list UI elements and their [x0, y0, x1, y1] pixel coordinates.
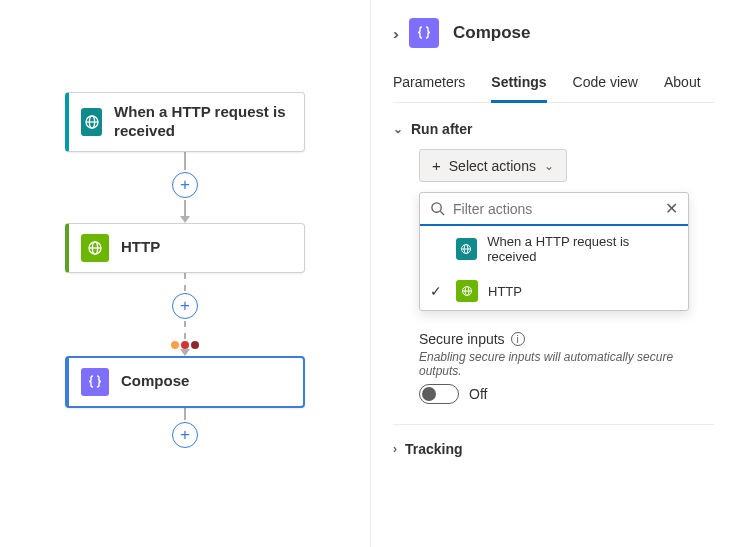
add-action-button[interactable]: +: [172, 293, 198, 319]
search-icon: [430, 201, 445, 216]
node-title: When a HTTP request is received: [114, 103, 292, 141]
panel-header: ›› Compose: [393, 18, 714, 48]
secure-inputs-toggle[interactable]: [419, 384, 459, 404]
action-option-label: HTTP: [488, 284, 522, 299]
svg-line-7: [440, 211, 444, 215]
section-title: Run after: [411, 121, 472, 137]
secure-inputs-label: Secure inputs: [419, 331, 505, 347]
panel-tabs: Parameters Settings Code view About: [393, 74, 714, 103]
action-option[interactable]: When a HTTP request is received: [420, 226, 688, 272]
select-actions-button[interactable]: + Select actions ⌄: [419, 149, 567, 182]
globe-icon: [81, 108, 102, 136]
braces-icon: [409, 18, 439, 48]
node-title: Compose: [121, 372, 189, 391]
globe-icon: [81, 234, 109, 262]
svg-point-6: [432, 203, 441, 212]
globe-icon: [456, 280, 478, 302]
section-divider: [393, 424, 714, 425]
node-http[interactable]: HTTP: [65, 223, 305, 273]
run-after-status-dots: [171, 341, 199, 349]
action-option[interactable]: ✓ HTTP: [420, 272, 688, 310]
check-icon: ✓: [430, 283, 446, 299]
globe-icon: [456, 238, 478, 260]
section-header-run-after[interactable]: ⌄ Run after: [393, 121, 714, 137]
node-compose[interactable]: Compose: [65, 356, 305, 408]
chevron-down-icon: ⌄: [393, 122, 403, 136]
section-title: Tracking: [405, 441, 463, 457]
action-panel: ›› Compose Parameters Settings Code view…: [370, 0, 736, 547]
clear-filter-button[interactable]: ✕: [665, 199, 678, 218]
filter-actions-row: ✕: [420, 193, 688, 226]
add-action-button[interactable]: +: [172, 422, 198, 448]
section-tracking: › Tracking: [393, 441, 714, 457]
node-trigger[interactable]: When a HTTP request is received: [65, 92, 305, 152]
chevron-down-icon: ⌄: [544, 159, 554, 173]
connector: +: [65, 152, 305, 223]
node-title: HTTP: [121, 238, 160, 257]
secure-inputs-description: Enabling secure inputs will automaticall…: [419, 350, 714, 378]
collapse-panel-button[interactable]: ››: [393, 25, 395, 42]
filter-actions-input[interactable]: [453, 201, 657, 217]
actions-list[interactable]: When a HTTP request is received ✓ HTTP: [420, 226, 688, 310]
tab-about[interactable]: About: [664, 74, 701, 102]
info-icon[interactable]: i: [511, 332, 525, 346]
tab-code-view[interactable]: Code view: [573, 74, 638, 102]
secure-inputs-state: Off: [469, 386, 487, 402]
actions-dropdown: ✕ When a HTTP request is received ✓: [419, 192, 689, 311]
add-action-button[interactable]: +: [172, 172, 198, 198]
chevron-right-icon: ›: [393, 442, 397, 456]
section-header-tracking[interactable]: › Tracking: [393, 441, 714, 457]
tab-parameters[interactable]: Parameters: [393, 74, 465, 102]
workflow-canvas: When a HTTP request is received + HTTP +: [0, 0, 370, 547]
section-run-after: ⌄ Run after + Select actions ⌄ ✕: [393, 121, 714, 404]
plus-icon: +: [432, 157, 441, 174]
braces-icon: [81, 368, 109, 396]
tab-settings[interactable]: Settings: [491, 74, 546, 103]
connector: +: [65, 408, 305, 450]
connector: +: [65, 273, 305, 356]
secure-inputs-setting: Secure inputs i Enabling secure inputs w…: [419, 331, 714, 404]
panel-title: Compose: [453, 23, 530, 43]
select-actions-label: Select actions: [449, 158, 536, 174]
action-option-label: When a HTTP request is received: [487, 234, 678, 264]
